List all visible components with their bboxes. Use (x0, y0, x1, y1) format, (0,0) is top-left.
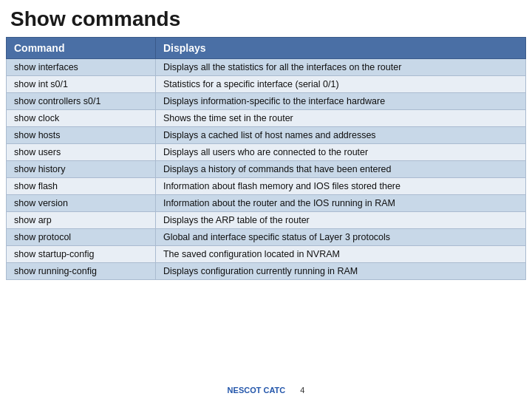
table-row: show historyDisplays a history of comman… (7, 161, 526, 178)
table-row: show versionInformation about the router… (7, 195, 526, 212)
displays-cell: The saved configuration located in NVRAM (155, 246, 525, 263)
displays-cell: Information about flash memory and IOS f… (155, 178, 525, 195)
table-row: show clockShows the time set in the rout… (7, 110, 526, 127)
command-cell: show interfaces (7, 59, 156, 76)
command-cell: show version (7, 195, 156, 212)
command-cell: show running-config (7, 263, 156, 280)
displays-cell: Displays configuration currently running… (155, 263, 525, 280)
displays-cell: Shows the time set in the router (155, 110, 525, 127)
commands-table-container: Command Displays show interfacesDisplays… (6, 37, 526, 280)
command-cell: show arp (7, 212, 156, 229)
command-cell: show flash (7, 178, 156, 195)
command-cell: show controllers s0/1 (7, 93, 156, 110)
displays-cell: Displays all users who are connected to … (155, 144, 525, 161)
table-row: show int s0/1Statistics for a specific i… (7, 76, 526, 93)
command-cell: show users (7, 144, 156, 161)
col-command: Command (7, 38, 156, 59)
table-row: show flashInformation about flash memory… (7, 178, 526, 195)
command-cell: show protocol (7, 229, 156, 246)
displays-cell: Displays information-specific to the int… (155, 93, 525, 110)
displays-cell: Displays a history of commands that have… (155, 161, 525, 178)
footer: NESCOT CATC 4 (0, 386, 532, 395)
table-row: show startup-configThe saved configurati… (7, 246, 526, 263)
command-cell: show clock (7, 110, 156, 127)
command-cell: show history (7, 161, 156, 178)
displays-cell: Displays the ARP table of the router (155, 212, 525, 229)
displays-cell: Displays all the statistics for all the … (155, 59, 525, 76)
command-cell: show startup-config (7, 246, 156, 263)
table-row: show interfacesDisplays all the statisti… (7, 59, 526, 76)
displays-cell: Displays a cached list of host names and… (155, 127, 525, 144)
table-row: show hostsDisplays a cached list of host… (7, 127, 526, 144)
footer-page-number: 4 (300, 386, 304, 395)
table-body: show interfacesDisplays all the statisti… (7, 59, 526, 280)
page-title: Show commands (0, 0, 532, 37)
displays-cell: Information about the router and the IOS… (155, 195, 525, 212)
command-cell: show int s0/1 (7, 76, 156, 93)
displays-cell: Statistics for a specific interface (ser… (155, 76, 525, 93)
displays-cell: Global and interface specific status of … (155, 229, 525, 246)
table-header: Command Displays (7, 38, 526, 59)
commands-table: Command Displays show interfacesDisplays… (6, 37, 526, 280)
table-row: show running-configDisplays configuratio… (7, 263, 526, 280)
table-row: show protocolGlobal and interface specif… (7, 229, 526, 246)
col-displays: Displays (155, 38, 525, 59)
command-cell: show hosts (7, 127, 156, 144)
table-row: show usersDisplays all users who are con… (7, 144, 526, 161)
footer-brand: NESCOT CATC (228, 386, 286, 395)
table-row: show arpDisplays the ARP table of the ro… (7, 212, 526, 229)
table-row: show controllers s0/1Displays informatio… (7, 93, 526, 110)
